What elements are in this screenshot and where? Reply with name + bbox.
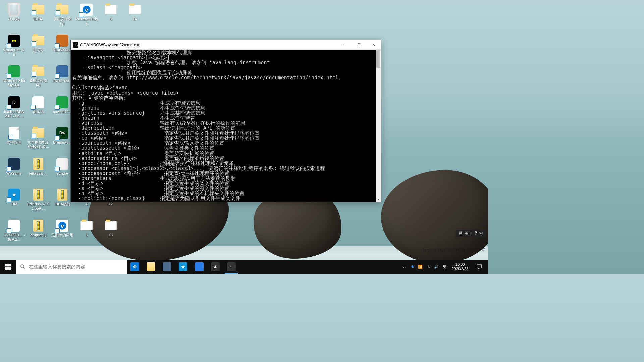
desktop-icon-42[interactable]: 17300901... - 梅从2... xyxy=(2,218,26,248)
icon-label: 4 xyxy=(86,202,88,206)
icon-label: 艾奇视频电子相册制作软... xyxy=(27,140,50,149)
ime-item[interactable]: 囲 xyxy=(459,231,463,236)
icon-image xyxy=(128,3,142,16)
icon-image xyxy=(56,3,69,16)
icon-image: IJ xyxy=(7,96,21,109)
svg-rect-5 xyxy=(8,264,11,266)
desktop-icon-13[interactable]: 新建文件夹 (4) xyxy=(26,63,50,94)
window-titlebar[interactable]: C:\ C:\WINDOWS\system32\cmd.exe ─ ☐ ✕ xyxy=(71,40,381,50)
desktop-icon-36[interactable]: ★TIM xyxy=(2,187,26,217)
icon-label: 扒网站 xyxy=(33,48,44,52)
action-center-button[interactable] xyxy=(473,264,486,270)
desktop-icon-5[interactable]: 14 xyxy=(123,2,147,32)
tray-ime-lang[interactable]: 英 xyxy=(442,264,447,269)
icon-image xyxy=(32,65,45,78)
icon-label: navicat12... xyxy=(53,110,72,114)
ime-item[interactable]: ♪ xyxy=(471,231,473,236)
scroll-thumb[interactable] xyxy=(376,50,380,68)
svg-rect-10 xyxy=(477,265,482,268)
desktop-icon-43[interactable]: eclipse(1) xyxy=(26,218,50,248)
icon-image xyxy=(80,219,93,232)
taskbar-search[interactable] xyxy=(16,260,127,274)
desktop-icon-3[interactable]: eMicrosoft Edge xyxy=(74,2,99,32)
desktop-icon-4[interactable]: 6 xyxy=(99,2,123,32)
taskbar-edge[interactable]: e xyxy=(127,260,143,274)
icon-image: ★ xyxy=(7,188,21,201)
icon-image xyxy=(7,126,21,140)
desktop-icon-7[interactable]: 扒网站 xyxy=(26,33,50,63)
desktop-icon-1[interactable]: IDEA. xyxy=(26,2,50,32)
desktop-icon-31[interactable]: jetbrains-... xyxy=(26,156,50,186)
icon-label: 新建文件夹 (3) xyxy=(51,17,74,25)
icon-label: Visual C++ 6.0 xyxy=(3,48,25,56)
icon-label: 面试题 xyxy=(33,110,44,114)
desktop-icon-24[interactable]: 软件管理 xyxy=(2,125,26,155)
desktop-icon-44[interactable]: e已删除的应用 xyxy=(50,218,74,248)
taskbar-tim[interactable]: ★ xyxy=(175,260,191,274)
desktop-icon-45[interactable]: 5 xyxy=(74,218,99,248)
taskbar-app2[interactable] xyxy=(191,260,207,274)
desktop-icon-30[interactable]: WeGame xyxy=(2,156,26,186)
svg-text:e: e xyxy=(85,7,88,13)
desktop-icon-0[interactable]: 回收站 xyxy=(2,2,26,32)
icon-image xyxy=(32,34,45,47)
icon-image: Dw xyxy=(56,126,69,140)
icon-label: eclipse xyxy=(57,171,68,176)
icon-label: 17300901... - 梅从2... xyxy=(3,233,25,241)
cmd-scrollbar[interactable]: ▲ ▼ xyxy=(376,50,381,202)
icon-label: Navicat 12 for MySQL xyxy=(3,79,25,87)
desktop-icon-37[interactable]: EditPlus V3.01.559 ... xyxy=(26,187,50,217)
ime-toolbar[interactable]: 囲英♪⁋⚙ xyxy=(456,230,486,237)
minimize-button[interactable]: ─ xyxy=(337,40,352,50)
taskbar-app1[interactable] xyxy=(159,260,175,274)
desktop-icon-6[interactable]: ◆◆Visual C++ 6.0 xyxy=(2,33,26,63)
scroll-down-button[interactable]: ▼ xyxy=(376,197,381,202)
svg-rect-6 xyxy=(5,267,8,270)
icon-image xyxy=(7,219,21,232)
desktop-icon-12[interactable]: Navicat 12 for MySQL xyxy=(2,63,26,94)
icon-label: 回收站 xyxy=(9,17,20,21)
tray-security-icon[interactable]: ✱ xyxy=(410,264,415,269)
icon-image xyxy=(7,3,21,16)
icon-label: IntelliJ IDEA 2017.3.2 ... xyxy=(3,110,25,118)
icon-label: Dreamwe... xyxy=(53,140,72,145)
taskbar-explorer[interactable] xyxy=(143,260,159,274)
icon-label: 已删除的应用 xyxy=(51,233,73,237)
icon-label: mysql-inst... xyxy=(53,79,72,83)
start-button[interactable] xyxy=(0,260,16,274)
desktop-icon-2[interactable]: 新建文件夹 (3) xyxy=(50,2,74,32)
icon-label: 6 xyxy=(110,17,112,21)
icon-image xyxy=(32,96,45,109)
close-button[interactable]: ✕ xyxy=(366,40,381,50)
tray-chevron-icon[interactable]: ︿ xyxy=(401,264,407,269)
icon-label: 软件管理 xyxy=(7,140,21,145)
svg-point-8 xyxy=(21,265,24,268)
tray-clock[interactable]: 10:00 2020/2/28 xyxy=(450,262,470,271)
icon-image xyxy=(56,188,69,201)
desktop-icon-18[interactable]: IJIntelliJ IDEA 2017.3.2 ... xyxy=(2,94,26,124)
ime-item[interactable]: ⚙ xyxy=(479,231,483,236)
icon-image xyxy=(56,96,69,109)
ime-item[interactable]: 英 xyxy=(465,231,469,236)
svg-rect-4 xyxy=(5,264,8,266)
desktop-icon-19[interactable]: 面试题 xyxy=(26,94,50,124)
maximize-button[interactable]: ☐ xyxy=(352,40,366,50)
tray-wifi-icon[interactable]: ⚠ xyxy=(426,264,431,269)
icon-image: ◆◆ xyxy=(7,34,21,47)
search-icon xyxy=(20,264,25,269)
tray-network-icon[interactable]: 📶 xyxy=(418,264,423,269)
taskbar-photos[interactable]: ▲ xyxy=(207,260,223,274)
taskbar-cmd[interactable]: >_ xyxy=(223,260,239,274)
tray-volume-icon[interactable]: 🔊 xyxy=(434,264,439,269)
icon-image xyxy=(7,65,21,78)
desktop-icon-46[interactable]: 18 xyxy=(99,218,123,248)
cmd-output[interactable]: 按完整路径名加载本机代理库 -javaagent:<jarpath>[=<选项>… xyxy=(71,50,376,202)
search-input[interactable] xyxy=(29,264,123,269)
icon-image xyxy=(32,126,45,140)
desktop-icon-25[interactable]: 艾奇视频电子相册制作软... xyxy=(26,125,50,155)
cmd-icon: C:\ xyxy=(73,42,78,48)
icon-image xyxy=(104,219,117,232)
icon-label: 12 xyxy=(109,202,113,206)
ime-item[interactable]: ⁋ xyxy=(475,231,477,236)
icon-label: jetbrains-... xyxy=(29,171,47,176)
